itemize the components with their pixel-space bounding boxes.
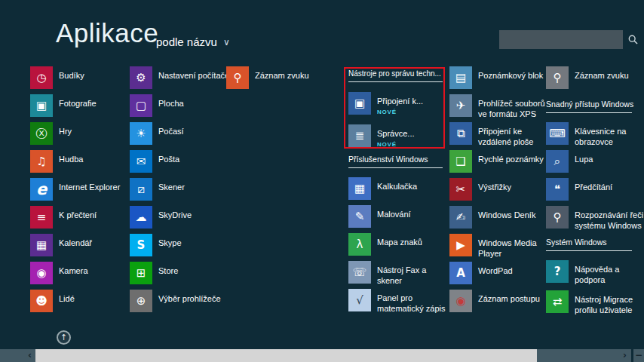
skype-icon: S bbox=[130, 234, 152, 256]
math-input-icon: √ bbox=[348, 289, 371, 311]
app-label-line: matematický zápis bbox=[377, 304, 445, 314]
app-label: SkyDrive bbox=[158, 206, 192, 221]
reading-list-icon: ≡ bbox=[37, 212, 47, 223]
notepad-icon: ▤ bbox=[455, 72, 466, 84]
app-steps-recorder[interactable]: ◉Záznam postupu bbox=[449, 290, 540, 312]
app-pc-settings[interactable]: ⚙Nastavení počítače bbox=[130, 66, 229, 89]
sound-recorder-icon: ⚲ bbox=[234, 72, 242, 84]
app-skype[interactable]: SSkype bbox=[130, 234, 182, 256]
desktop-icon: ▢ bbox=[130, 94, 152, 117]
app-label-line: Panel pro bbox=[377, 293, 412, 302]
app-label: Pošta bbox=[158, 150, 179, 165]
app-speech-recognition[interactable]: ⚲Rozpoznávání řečisystému Windows bbox=[546, 206, 643, 231]
app-camera[interactable]: ◉Kamera bbox=[30, 262, 88, 284]
app-label: Připojení kevzdálené ploše bbox=[478, 122, 533, 147]
speech-recognition-icon: ⚲ bbox=[554, 212, 562, 223]
app-photos[interactable]: ▣Fotografie bbox=[30, 94, 97, 117]
camera-icon: ◉ bbox=[36, 268, 46, 279]
group-header: Nástroje pro správu techn... bbox=[348, 69, 443, 82]
up-arrow-icon: ↑ bbox=[60, 333, 67, 342]
app-profile-migration[interactable]: ⇄Nástroj Migraceprofilu uživatele bbox=[546, 290, 633, 315]
app-desktop[interactable]: ▢Plocha bbox=[130, 94, 184, 117]
app-games[interactable]: ⓧHry bbox=[30, 122, 72, 145]
app-label: Lupa bbox=[575, 150, 593, 165]
app-on-screen-keyboard[interactable]: ⌨Klávesnice naobrazovce bbox=[546, 122, 627, 147]
app-magnifier[interactable]: ⌕Lupa bbox=[546, 150, 593, 173]
semantic-zoom-out-button[interactable]: − bbox=[631, 349, 644, 362]
app-sound-recorder[interactable]: ⚲Záznam zvuku bbox=[226, 66, 309, 89]
app-xps-viewer[interactable]: ✈Prohlížeč souborůve formátu XPS bbox=[449, 94, 545, 119]
app-manager[interactable]: ≣Správce...NOVÉ bbox=[348, 124, 415, 148]
app-internet-explorer[interactable]: eInternet Explorer bbox=[30, 178, 120, 201]
app-scanner[interactable]: ⧄Skener bbox=[130, 178, 185, 201]
column-1: ◷Budíky▣FotografieⓧHry♫HudbaeInternet Ex… bbox=[30, 0, 122, 348]
internet-explorer-icon: e bbox=[36, 182, 47, 198]
app-fax-scan[interactable]: ☏Nástroj Fax askener bbox=[348, 261, 426, 286]
app-label-line: Klávesnice na bbox=[575, 127, 627, 136]
app-reading-list[interactable]: ≡K přečtení bbox=[30, 206, 97, 229]
group-header-underline bbox=[546, 112, 632, 113]
scrollbar-left-arrow[interactable]: ‹ bbox=[0, 349, 35, 362]
browser-choice-icon: ⊕ bbox=[136, 296, 146, 307]
app-media-player[interactable]: ▶Windows MediaPlayer bbox=[449, 234, 537, 259]
app-narrator[interactable]: ❝Předčítání bbox=[546, 178, 612, 201]
app-label-line: profilu uživatele bbox=[575, 305, 633, 315]
scroll-to-top-button[interactable]: ↑ bbox=[57, 330, 71, 345]
app-skydrive[interactable]: ☁SkyDrive bbox=[130, 206, 192, 229]
app-snipping-tool[interactable]: ✂Výstřižky bbox=[449, 178, 511, 201]
games-icon: ⓧ bbox=[36, 128, 48, 140]
app-wordpad[interactable]: AWordPad bbox=[449, 262, 513, 284]
app-label-line: K přečtení bbox=[59, 210, 97, 219]
app-label: Nástroj Fax askener bbox=[377, 261, 426, 286]
remote-desktop-icon: ⧉ bbox=[449, 122, 472, 145]
app-math-input[interactable]: √Panel promatematický zápis bbox=[348, 289, 445, 314]
new-badge: NOVÉ bbox=[377, 141, 415, 148]
reading-list-icon: ≡ bbox=[30, 206, 53, 229]
app-label: WordPad bbox=[478, 262, 513, 277]
app-people[interactable]: ☻Lidé bbox=[30, 290, 75, 312]
app-label: Lidé bbox=[59, 290, 75, 305]
app-remote-desktop[interactable]: ⧉Připojení kevzdálené ploše bbox=[449, 122, 533, 147]
app-weather[interactable]: ☀Počasí bbox=[130, 122, 184, 145]
app-label: Kalkulačka bbox=[377, 177, 417, 192]
scrollbar-right-arrow[interactable]: › bbox=[537, 349, 631, 362]
app-label: Správce...NOVÉ bbox=[377, 124, 415, 148]
app-label: Záznam zvuku bbox=[575, 66, 629, 81]
new-badge: NOVÉ bbox=[377, 109, 423, 115]
app-alarm-clock[interactable]: ◷Budíky bbox=[30, 66, 84, 89]
pc-settings-icon: ⚙ bbox=[130, 66, 152, 89]
xps-viewer-icon: ✈ bbox=[456, 100, 466, 112]
app-journal[interactable]: ✍Windows Deník bbox=[449, 206, 535, 229]
app-store[interactable]: ⊞Store bbox=[130, 262, 178, 284]
app-paint[interactable]: ✎Malování bbox=[348, 205, 411, 228]
app-calendar[interactable]: ▦Kalendář bbox=[30, 234, 92, 256]
manager-icon: ≣ bbox=[355, 130, 365, 142]
help-support-icon: ? bbox=[546, 260, 569, 283]
app-notepad[interactable]: ▤Poznámkový blok bbox=[449, 66, 543, 89]
app-calculator[interactable]: ▦Kalkulačka bbox=[348, 177, 417, 200]
app-label-line: Záznam zvuku bbox=[575, 71, 629, 80]
remote-desktop-icon: ⧉ bbox=[457, 128, 465, 140]
people-icon: ☻ bbox=[30, 290, 53, 312]
app-music[interactable]: ♫Hudba bbox=[30, 150, 83, 173]
scrollbar-thumb[interactable] bbox=[35, 349, 537, 362]
profile-migration-icon: ⇄ bbox=[553, 296, 563, 308]
calculator-icon: ▦ bbox=[348, 177, 371, 200]
app-label-line: Skener bbox=[158, 183, 185, 192]
chevron-right-icon: › bbox=[623, 350, 627, 360]
app-network-connection[interactable]: ▣Připojení k...NOVÉ bbox=[348, 92, 423, 115]
app-character-map[interactable]: λMapa znaků bbox=[348, 233, 422, 256]
app-help-support[interactable]: ?Nápověda apodpora bbox=[546, 260, 619, 285]
app-mail[interactable]: ✉Pošta bbox=[130, 150, 179, 173]
app-label: Malování bbox=[377, 205, 411, 220]
app-label: Výstřižky bbox=[478, 178, 511, 193]
app-browser-choice[interactable]: ⊕Výběr prohlížeče bbox=[130, 290, 221, 312]
app-sound-recorder-desktop[interactable]: ⚲Záznam zvuku bbox=[546, 66, 629, 89]
store-icon: ⊞ bbox=[130, 262, 152, 284]
app-label: Záznam zvuku bbox=[255, 66, 309, 81]
app-label: K přečtení bbox=[59, 206, 97, 221]
app-sticky-notes[interactable]: ❑Rychlé poznámky bbox=[449, 150, 544, 173]
app-label: Budíky bbox=[59, 66, 84, 81]
app-label: Počasí bbox=[158, 122, 184, 137]
internet-explorer-icon: e bbox=[30, 178, 53, 201]
